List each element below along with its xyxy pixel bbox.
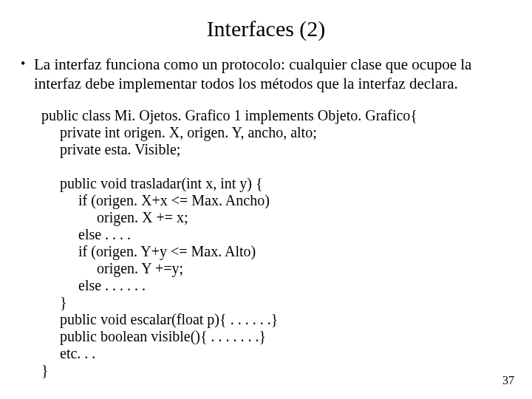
- code-block: public class Mi. Ojetos. Grafico 1 imple…: [41, 107, 511, 379]
- bullet-dot-icon: •: [21, 55, 34, 72]
- bullet-item: • La interfaz funciona como un protocolo…: [21, 55, 511, 94]
- page-number: 37: [502, 374, 514, 387]
- slide-title: Interfaces (2): [21, 16, 511, 41]
- slide: Interfaces (2) • La interfaz funciona co…: [0, 0, 532, 399]
- bullet-text: La interfaz funciona como un protocolo: …: [34, 55, 511, 94]
